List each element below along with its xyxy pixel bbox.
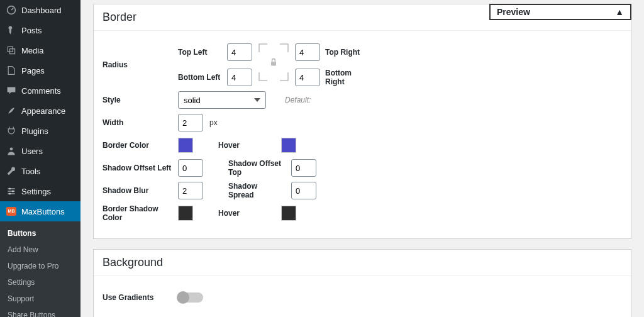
sidebar-item-posts[interactable]: Posts <box>0 20 80 40</box>
border-width-input[interactable] <box>178 114 203 131</box>
radius-bottom-right-input[interactable] <box>295 69 320 86</box>
radius-lock-button[interactable] <box>258 43 289 81</box>
shadow-hover-label: Hover <box>218 209 275 218</box>
radius-top-left-input[interactable] <box>227 43 252 61</box>
sidebar-item-appearance[interactable]: Appearance <box>0 101 80 121</box>
submenu-share[interactable]: Share Buttons <box>0 307 80 317</box>
page-icon <box>6 65 16 75</box>
sidebar-label: Plugins <box>21 126 48 136</box>
preview-label: Preview <box>497 7 530 17</box>
shadow-spread-label: Shadow Spread <box>228 182 285 199</box>
submenu-add-new[interactable]: Add New <box>0 242 80 258</box>
preview-toggle[interactable]: Preview ▲ <box>489 4 631 20</box>
chevron-up-icon: ▲ <box>615 7 624 17</box>
border-color-swatch[interactable] <box>178 138 193 153</box>
media-icon <box>6 45 16 55</box>
sidebar-label: MaxButtons <box>21 207 65 216</box>
sidebar-label: Dashboard <box>21 6 62 15</box>
sliders-icon <box>6 186 16 196</box>
submenu-upgrade[interactable]: Upgrade to Pro <box>0 258 80 274</box>
shadow-hover-swatch[interactable] <box>281 206 296 221</box>
sidebar-item-maxbuttons[interactable]: MB MaxButtons <box>0 201 80 221</box>
dashboard-icon <box>6 5 16 15</box>
sidebar-label: Users <box>21 147 43 156</box>
width-label: Width <box>103 118 172 127</box>
border-panel: Border Radius Top Left Bottom Left <box>93 4 631 239</box>
bottom-right-label: Bottom Right <box>325 69 369 86</box>
border-hover-label: Hover <box>218 141 275 150</box>
radius-bottom-left-input[interactable] <box>227 69 252 86</box>
shadow-offset-left-label: Shadow Offset Left <box>103 164 172 172</box>
style-label: Style <box>103 96 172 104</box>
submenu-support[interactable]: Support <box>0 291 80 307</box>
wrench-icon <box>6 166 16 176</box>
shadow-offset-top-input[interactable] <box>291 159 316 177</box>
comments-icon <box>6 86 16 96</box>
submenu-settings[interactable]: Settings <box>0 274 80 291</box>
top-right-label: Top Right <box>325 48 369 57</box>
top-left-label: Top Left <box>178 48 222 57</box>
users-icon <box>6 146 16 156</box>
pin-icon <box>6 25 16 35</box>
sidebar-label: Posts <box>21 26 42 35</box>
submenu-buttons[interactable]: Buttons <box>0 225 80 242</box>
sidebar-item-media[interactable]: Media <box>0 40 80 60</box>
maxbuttons-icon: MB <box>6 206 16 216</box>
sidebar-label: Appearance <box>21 106 65 116</box>
border-style-select[interactable]: solid <box>178 91 266 109</box>
admin-sidebar: Dashboard Posts Media Pages Comments App… <box>0 0 80 317</box>
svg-point-2 <box>9 187 11 189</box>
sidebar-item-comments[interactable]: Comments <box>0 81 80 101</box>
default-hint: Default: <box>285 96 311 104</box>
sidebar-submenu: Buttons Add New Upgrade to Pro Settings … <box>0 221 80 317</box>
bottom-left-label: Bottom Left <box>178 73 222 82</box>
sidebar-label: Tools <box>21 167 40 176</box>
radius-label: Radius <box>103 60 172 69</box>
use-gradients-label: Use Gradients <box>103 293 172 302</box>
sidebar-label: Comments <box>21 86 61 96</box>
svg-point-3 <box>12 190 14 192</box>
width-unit: px <box>209 118 218 127</box>
sidebar-item-users[interactable]: Users <box>0 141 80 161</box>
svg-point-1 <box>10 147 13 150</box>
sidebar-item-dashboard[interactable]: Dashboard <box>0 0 80 20</box>
sidebar-item-plugins[interactable]: Plugins <box>0 121 80 141</box>
use-gradients-toggle[interactable] <box>178 292 203 303</box>
brush-icon <box>6 106 16 116</box>
border-hover-swatch[interactable] <box>281 138 296 153</box>
shadow-blur-label: Shadow Blur <box>103 186 172 195</box>
main-content: Preview ▲ Border Radius Top Left <box>80 0 644 317</box>
sidebar-item-pages[interactable]: Pages <box>0 60 80 81</box>
shadow-color-swatch[interactable] <box>178 206 193 221</box>
sidebar-label: Media <box>21 46 43 55</box>
border-color-label: Border Color <box>103 141 172 150</box>
svg-point-4 <box>9 192 11 194</box>
shadow-offset-top-label: Shadow Offset Top <box>228 159 285 177</box>
background-panel-title: Background <box>94 250 631 276</box>
background-panel: Background Use Gradients Start Backgroun… <box>93 249 631 317</box>
sidebar-item-settings[interactable]: Settings <box>0 181 80 201</box>
radius-top-right-input[interactable] <box>295 43 320 61</box>
plug-icon <box>6 126 16 136</box>
sidebar-label: Pages <box>21 66 45 75</box>
shadow-spread-input[interactable] <box>291 182 316 199</box>
border-shadow-color-label: Border Shadow Color <box>103 204 172 222</box>
shadow-blur-input[interactable] <box>178 182 203 199</box>
sidebar-item-tools[interactable]: Tools <box>0 161 80 181</box>
sidebar-label: Settings <box>21 187 51 196</box>
shadow-offset-left-input[interactable] <box>178 159 203 177</box>
